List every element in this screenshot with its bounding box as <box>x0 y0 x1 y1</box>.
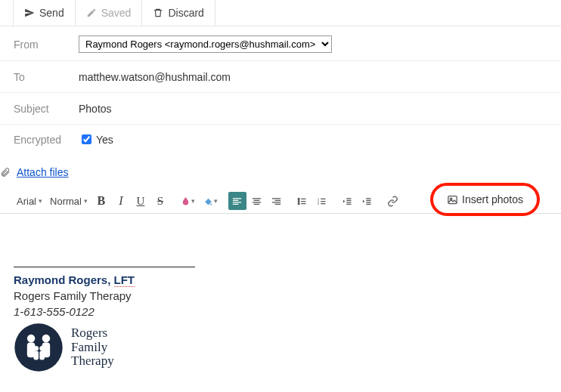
send-icon <box>24 8 35 18</box>
signature-phone: 1-613-555-0122 <box>14 305 547 318</box>
format-toolbar: Arial▾ Normal▾ B I U S ▾ ▾ <box>0 189 561 214</box>
encrypted-checkbox[interactable] <box>82 134 91 144</box>
svg-rect-16 <box>39 351 45 360</box>
encrypted-yes: Yes <box>96 134 113 146</box>
saved-label: Saved <box>101 7 132 19</box>
from-row: From Raymond Rogers <raymond.rogers@hush… <box>0 26 561 61</box>
svg-point-0 <box>299 198 300 199</box>
ordered-list-button[interactable]: 123 <box>313 192 331 210</box>
to-row: To matthew.watson@hushmail.com <box>0 61 561 93</box>
image-icon <box>447 194 458 205</box>
from-select[interactable]: Raymond Rogers <raymond.rogers@hushmail.… <box>79 35 332 53</box>
svg-point-9 <box>27 335 36 343</box>
text-color-button[interactable]: ▾ <box>177 192 198 210</box>
indent-button[interactable] <box>358 192 377 210</box>
svg-point-11 <box>42 335 51 343</box>
discard-label: Discard <box>168 7 203 19</box>
chevron-down-icon: ▾ <box>84 197 88 205</box>
bold-button[interactable]: B <box>92 192 110 210</box>
svg-text:3: 3 <box>318 202 319 205</box>
svg-point-2 <box>299 202 300 204</box>
family-logo-icon <box>14 323 64 372</box>
svg-point-1 <box>299 200 300 202</box>
insert-photos-button[interactable]: Insert photos <box>439 190 531 208</box>
outdent-icon <box>342 196 353 207</box>
compose-body[interactable]: Raymond Rogers, LFT Rogers Family Therap… <box>0 214 561 387</box>
subject-label: Subject <box>14 103 79 115</box>
insert-photos-label: Insert photos <box>462 193 523 205</box>
subject-value[interactable]: Photos <box>79 103 547 115</box>
strikethrough-button[interactable]: S <box>151 192 169 210</box>
send-button[interactable]: Send <box>14 0 76 26</box>
font-family-select[interactable]: Arial▾ <box>14 193 45 209</box>
underline-button[interactable]: U <box>132 192 150 210</box>
trash-icon <box>153 8 163 18</box>
svg-point-15 <box>39 346 45 351</box>
align-right-icon <box>271 196 282 207</box>
indent-icon <box>361 196 373 207</box>
signature-logo: Rogers Family Therapy <box>14 323 547 372</box>
paragraph-style-select[interactable]: Normal▾ <box>47 193 91 209</box>
outdent-button[interactable] <box>339 192 357 210</box>
paint-bucket-icon <box>203 196 214 207</box>
saved-button[interactable]: Saved <box>76 0 143 26</box>
svg-point-13 <box>33 346 39 351</box>
align-left-icon <box>231 196 243 207</box>
signature-logo-text: Rogers Family Therapy <box>71 326 114 369</box>
from-label: From <box>14 39 79 51</box>
subject-row: Subject Photos <box>0 93 561 125</box>
send-label: Send <box>39 7 64 19</box>
bullet-list-icon <box>296 196 308 207</box>
align-right-button[interactable] <box>268 192 286 210</box>
link-icon <box>387 196 398 207</box>
svg-rect-14 <box>33 351 39 360</box>
to-label: To <box>14 71 79 83</box>
pencil-icon <box>86 8 97 18</box>
signature-credential: LFT <box>114 273 135 287</box>
align-center-button[interactable] <box>248 192 266 210</box>
unordered-list-button[interactable] <box>293 192 311 210</box>
attach-files-link[interactable]: Attach files <box>17 166 68 178</box>
highlight-insert-photos: Insert photos <box>430 183 540 216</box>
align-left-button[interactable] <box>228 192 246 210</box>
discard-button[interactable]: Discard <box>142 0 215 26</box>
numbered-list-icon: 123 <box>316 196 327 207</box>
encrypted-row: Encrypted Yes <box>0 125 561 159</box>
align-center-icon <box>251 196 262 207</box>
compose-toolbar: Send Saved Discard <box>0 0 561 26</box>
encrypted-label: Encrypted <box>14 134 79 146</box>
droplet-icon <box>180 196 191 207</box>
svg-rect-6 <box>448 196 457 203</box>
to-value[interactable]: matthew.watson@hushmail.com <box>79 71 547 83</box>
highlight-color-button[interactable]: ▾ <box>200 192 221 210</box>
insert-link-button[interactable] <box>384 192 402 210</box>
signature-name: Raymond Rogers, LFT <box>14 273 547 286</box>
paperclip-icon <box>0 167 11 177</box>
chevron-down-icon: ▾ <box>39 197 42 205</box>
signature-divider <box>14 267 195 267</box>
italic-button[interactable]: I <box>112 192 130 210</box>
signature-company: Rogers Family Therapy <box>14 289 547 302</box>
svg-point-8 <box>14 323 62 371</box>
